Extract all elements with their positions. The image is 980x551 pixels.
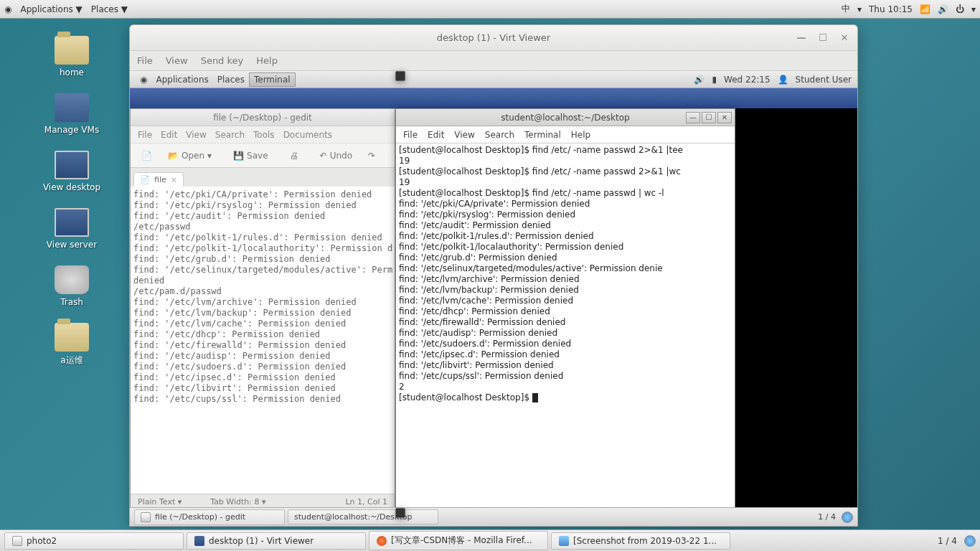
terminal-titlebar[interactable]: student@localhost:~/Desktop — ☐ ✕ bbox=[396, 109, 735, 126]
vm-topbar: ◉ Applications Places Terminal 🔊 ▮ Wed 2… bbox=[130, 71, 857, 88]
term-menu-view[interactable]: View bbox=[454, 130, 474, 140]
gedit-menu-edit[interactable]: Edit bbox=[161, 130, 177, 140]
task-photo2[interactable]: photo2 bbox=[4, 532, 184, 550]
image-icon bbox=[12, 536, 22, 546]
workspace-switcher[interactable] bbox=[964, 535, 976, 547]
minimize-button[interactable]: — bbox=[796, 32, 807, 44]
virt-content: ◉ Applications Places Terminal 🔊 ▮ Wed 2… bbox=[130, 71, 857, 526]
menu-help[interactable]: Help bbox=[256, 55, 278, 66]
gedit-text-area[interactable]: find: '/etc/pki/CA/private': Permission … bbox=[131, 187, 395, 494]
gedit-toolbar: 📄 📂 Open ▾ 💾 Save 🖨 ↶ Undo ↷ ✂ bbox=[131, 143, 395, 168]
task-screenshot[interactable]: [Screenshot from 2019-03-22 1... bbox=[551, 532, 730, 550]
vm-task-terminal[interactable]: student@localhost:~/Desktop bbox=[288, 509, 438, 524]
term-menu-file[interactable]: File bbox=[403, 130, 418, 140]
maximize-button[interactable]: ☐ bbox=[817, 32, 829, 44]
vm-gnome-logo-icon: ◉ bbox=[136, 73, 151, 86]
vm-task-gedit[interactable]: file (~/Desktop) - gedit bbox=[134, 509, 285, 525]
virt-menubar: File View Send key Help bbox=[130, 51, 857, 71]
vm-workspace-switcher[interactable] bbox=[842, 512, 853, 523]
new-doc-button[interactable]: 📄 bbox=[136, 147, 157, 164]
terminal-menubar: File Edit View Search Terminal Help bbox=[396, 126, 735, 143]
term-menu-help[interactable]: Help bbox=[571, 130, 590, 140]
workspace-label: 1 / 4 bbox=[938, 536, 957, 546]
vm-taskbar: file (~/Desktop) - gedit student@localho… bbox=[130, 507, 857, 526]
save-button[interactable]: 💾 Save bbox=[228, 147, 273, 164]
terminal-body[interactable]: [student@localhost Desktop]$ find /etc/ … bbox=[396, 143, 735, 509]
vm-clock[interactable]: Wed 22:15 bbox=[724, 75, 771, 85]
gedit-tab-file[interactable]: 📄file × bbox=[133, 172, 184, 187]
print-button[interactable]: 🖨 bbox=[285, 147, 303, 164]
gedit-menu-search[interactable]: Search bbox=[215, 130, 245, 140]
terminal-window: student@localhost:~/Desktop — ☐ ✕ File E… bbox=[395, 108, 735, 510]
undo-button[interactable]: ↶ Undo bbox=[315, 147, 357, 164]
desktop-icon-view-server[interactable]: View server bbox=[29, 208, 115, 250]
desktop-icon-trash[interactable]: Trash bbox=[29, 265, 115, 307]
vm-terminal-launcher[interactable]: Terminal bbox=[249, 72, 296, 87]
tab-close-icon[interactable]: × bbox=[171, 175, 177, 184]
vm-volume-icon[interactable]: 🔊 bbox=[694, 75, 705, 85]
close-button[interactable]: ✕ bbox=[839, 32, 850, 44]
menu-view[interactable]: View bbox=[166, 55, 188, 66]
virt-titlebar[interactable]: desktop (1) - Virt Viewer — ☐ ✕ bbox=[130, 25, 857, 51]
screenshot-icon bbox=[559, 536, 569, 546]
gedit-menu-documents[interactable]: Documents bbox=[283, 130, 332, 140]
vm-user-icon: 👤 bbox=[778, 75, 788, 85]
task-virt-viewer[interactable]: desktop (1) - Virt Viewer bbox=[187, 532, 366, 550]
gedit-titlebar[interactable]: file (~/Desktop) - gedit bbox=[131, 109, 395, 126]
vm-user-menu[interactable]: Student User bbox=[796, 75, 852, 85]
gedit-menu-view[interactable]: View bbox=[186, 130, 206, 140]
term-close-button[interactable]: ✕ bbox=[717, 112, 732, 123]
vm-applications-menu[interactable]: Applications bbox=[151, 73, 212, 86]
gedit-tabs: 📄file × bbox=[131, 168, 395, 187]
term-icon bbox=[395, 509, 405, 518]
desktop-icon-home[interactable]: home bbox=[29, 36, 115, 77]
applications-menu[interactable]: Applications ▼ bbox=[20, 4, 82, 14]
open-button[interactable]: 📂 Open ▾ bbox=[163, 147, 217, 164]
firefox-icon bbox=[377, 536, 387, 546]
terminal-icon bbox=[395, 71, 405, 81]
vm-nautilus-bar bbox=[130, 88, 857, 108]
outer-topbar: ◉ Applications ▼ Places ▼ 中 ▾ Thu 10:15 … bbox=[0, 0, 980, 19]
menu-sendkey[interactable]: Send key bbox=[201, 55, 244, 66]
gedit-menubar: File Edit View Search Tools Documents bbox=[131, 126, 395, 143]
term-minimize-button[interactable]: — bbox=[686, 112, 700, 123]
desktop-icon-ops[interactable]: a运维 bbox=[29, 323, 115, 367]
gedit-menu-tools[interactable]: Tools bbox=[253, 130, 275, 140]
cursor-icon bbox=[532, 393, 538, 402]
redo-button[interactable]: ↷ bbox=[363, 147, 380, 164]
virt-viewer-window: desktop (1) - Virt Viewer — ☐ ✕ File Vie… bbox=[129, 24, 858, 527]
term-menu-terminal[interactable]: Terminal bbox=[524, 130, 561, 140]
screen-icon bbox=[194, 536, 204, 546]
cursor-position: Ln 1, Col 1 bbox=[345, 497, 387, 507]
term-maximize-button[interactable]: ☐ bbox=[702, 112, 716, 123]
gedit-menu-file[interactable]: File bbox=[138, 130, 152, 140]
term-menu-search[interactable]: Search bbox=[485, 130, 514, 140]
file-icon: 📄 bbox=[140, 175, 150, 184]
volume-icon[interactable]: 🔊 bbox=[938, 4, 948, 14]
vm-workspace-label: 1 / 4 bbox=[818, 512, 836, 522]
vm-places-menu[interactable]: Places bbox=[213, 73, 249, 86]
desktop-icon-manage-vms[interactable]: Manage VMs bbox=[29, 93, 115, 135]
menu-file[interactable]: File bbox=[137, 55, 153, 66]
gedit-window: file (~/Desktop) - gedit File Edit View … bbox=[130, 108, 395, 510]
doc-icon bbox=[141, 512, 151, 522]
desktop-icons: home Manage VMs View desktop View server… bbox=[29, 36, 115, 382]
ime-indicator[interactable]: 中 bbox=[842, 3, 850, 15]
network-icon[interactable]: 📶 bbox=[920, 4, 930, 14]
lang-selector[interactable]: Plain Text ▾ bbox=[138, 497, 182, 507]
task-firefox[interactable]: [写文章-CSDN博客 - Mozilla Firef... bbox=[369, 531, 548, 550]
virt-title: desktop (1) - Virt Viewer bbox=[437, 32, 550, 43]
outer-taskbar: photo2 desktop (1) - Virt Viewer [写文章-CS… bbox=[0, 529, 980, 551]
term-menu-edit[interactable]: Edit bbox=[428, 130, 444, 140]
gnome-logo-icon: ◉ bbox=[4, 4, 11, 14]
clock[interactable]: Thu 10:15 bbox=[869, 4, 913, 14]
places-menu[interactable]: Places ▼ bbox=[91, 4, 128, 14]
vm-body: file (~/Desktop) - gedit File Edit View … bbox=[130, 108, 857, 526]
power-icon[interactable]: ⏻ bbox=[956, 4, 964, 14]
desktop-icon-view-desktop[interactable]: View desktop bbox=[29, 151, 115, 192]
vm-battery-icon[interactable]: ▮ bbox=[712, 75, 717, 85]
tabwidth-selector[interactable]: Tab Width: 8 ▾ bbox=[210, 497, 265, 507]
